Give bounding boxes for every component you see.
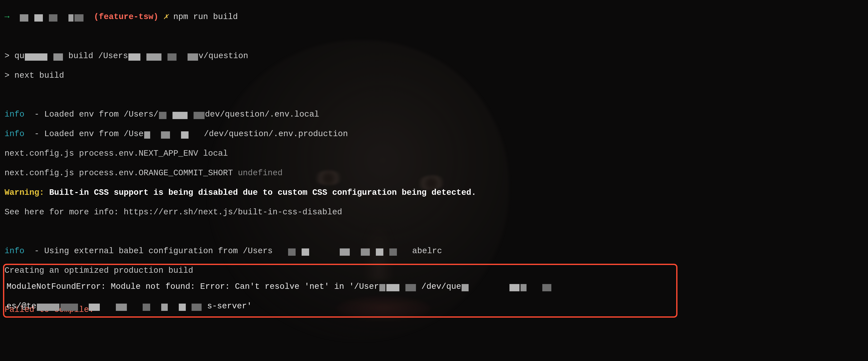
prompt-symbol: ✗ [163,12,168,22]
prompt-line: → (feature-tsw) ✗ npm run build [4,12,864,22]
warning-line: Warning: Built-in CSS support is being d… [4,188,864,198]
error-text: ModuleNotFoundError: Module not found: E… [6,272,859,321]
config-commit-short: next.config.js process.env.ORANGE_COMMIT… [4,169,864,178]
info-env-local: info - Loaded env from /Users/ dev/quest… [4,110,864,120]
command-text: npm run build [173,12,238,22]
see-here-line: See here for more info: https://err.sh/n… [4,208,864,217]
prompt-arrow-icon: → [4,12,9,22]
npm-script-line-2: > next build [4,71,864,81]
config-app-env: next.config.js process.env.NEXT_APP_ENV … [4,149,864,159]
git-branch: (feature-tsw) [94,12,158,22]
npm-script-line-1: > qu build /Users v/question [4,51,864,61]
info-env-production: info - Loaded env from /Use /dev/questio… [4,129,864,139]
info-babel: info - Using external babel configuratio… [4,246,864,256]
